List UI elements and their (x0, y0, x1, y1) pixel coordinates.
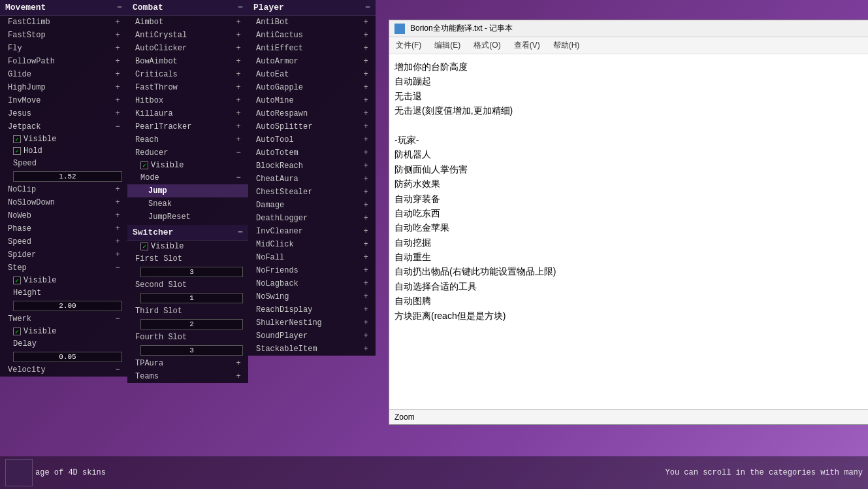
jetpack-speed-slider[interactable]: 1.52 (13, 171, 122, 182)
antieffect-btn[interactable]: + (361, 44, 370, 53)
aimbot-label: Aimbot (135, 18, 163, 27)
velocity-btn[interactable]: − (113, 365, 122, 375)
step-btn[interactable]: − (113, 263, 122, 273)
hitbox-btn[interactable]: + (234, 96, 243, 105)
jetpack-visible-checkbox[interactable]: ✓ (13, 135, 21, 143)
fourth-slot-slider-wrap: 3 (127, 344, 248, 357)
reach-btn[interactable]: + (234, 135, 243, 144)
autorespawn-btn[interactable]: + (361, 109, 370, 118)
first-slot-slider-wrap: 3 (127, 265, 248, 278)
damage-btn[interactable]: + (361, 201, 370, 210)
twerk-btn[interactable]: − (113, 314, 122, 324)
reachdisplay-btn[interactable]: + (361, 305, 370, 314)
hitbox-label: Hitbox (135, 96, 163, 105)
mode-sneak-item[interactable]: Sneak (127, 197, 248, 211)
cheststealer-btn[interactable]: + (361, 188, 370, 197)
autototem-btn[interactable]: + (361, 148, 370, 158)
fastclimb-btn[interactable]: + (113, 18, 122, 27)
step-visible-checkbox[interactable]: ✓ (13, 277, 21, 284)
reducer-visible-checkbox[interactable]: ✓ (140, 161, 148, 169)
reducer-mode-btn[interactable]: − (234, 173, 243, 182)
highjump-btn[interactable]: + (113, 83, 122, 92)
soundplayer-btn[interactable]: + (361, 331, 370, 341)
aimbot-btn[interactable]: + (234, 18, 243, 27)
autotool-btn[interactable]: + (361, 135, 370, 144)
jetpack-btn[interactable]: − (113, 122, 122, 131)
jetpack-hold-checkbox[interactable]: ✓ (13, 147, 21, 155)
phase-label: Phase (8, 224, 31, 233)
fly-btn[interactable]: + (113, 44, 122, 53)
noclip-btn[interactable]: + (113, 185, 122, 194)
anticactus-btn[interactable]: + (361, 31, 370, 40)
noweb-btn[interactable]: + (113, 211, 122, 220)
notepad-title: Borion全功能翻译.txt - 记事本 (410, 23, 513, 34)
cheataura-btn[interactable]: + (361, 175, 370, 184)
shulkernesting-btn[interactable]: + (361, 318, 370, 328)
spider-btn[interactable]: + (113, 250, 122, 260)
menu-format[interactable]: 格式(O) (467, 39, 507, 52)
twerk-visible-checkbox[interactable]: ✓ (13, 328, 21, 335)
killaura-btn[interactable]: + (234, 109, 243, 118)
antibot-btn[interactable]: + (361, 18, 370, 27)
switcher-visible-checkbox[interactable]: ✓ (140, 243, 148, 250)
second-slot-slider[interactable]: 1 (140, 293, 243, 303)
glide-label: Glide (8, 70, 31, 79)
player-collapse-btn[interactable]: − (365, 3, 370, 12)
phase-btn[interactable]: + (113, 224, 122, 233)
tpaura-btn[interactable]: + (234, 359, 243, 368)
third-slot-slider[interactable]: 2 (140, 319, 243, 329)
twerk-delay-slider[interactable]: 0.05 (13, 352, 122, 362)
noswing-btn[interactable]: + (361, 292, 370, 301)
invmove-btn[interactable]: + (113, 96, 122, 105)
noslowdown-btn[interactable]: + (113, 198, 122, 207)
autoeat-btn[interactable]: + (361, 70, 370, 79)
speed-btn[interactable]: + (113, 237, 122, 246)
stackableitem-btn[interactable]: + (361, 345, 370, 354)
fourth-slot-slider[interactable]: 3 (140, 345, 243, 356)
faststop-btn[interactable]: + (113, 31, 122, 40)
velocity-item: Velocity − (0, 363, 127, 377)
bowaimbot-btn[interactable]: + (234, 57, 243, 66)
step-label: Step (8, 263, 27, 273)
noslowdown-label: NoSlowDown (8, 198, 55, 207)
autoclicker-btn[interactable]: + (234, 44, 243, 53)
deathlogger-btn[interactable]: + (361, 214, 370, 223)
antibot-label: AntiBot (256, 18, 289, 27)
menu-view[interactable]: 查看(V) (507, 39, 547, 52)
menu-file[interactable]: 文件(F) (389, 39, 428, 52)
autogapple-btn[interactable]: + (361, 83, 370, 92)
jesus-btn[interactable]: + (113, 109, 122, 118)
third-slot-slider-wrap: 2 (127, 318, 248, 331)
criticals-btn[interactable]: + (234, 70, 243, 79)
first-slot-slider[interactable]: 3 (140, 267, 243, 277)
nofriends-btn[interactable]: + (361, 266, 370, 275)
glide-btn[interactable]: + (113, 70, 122, 79)
automine-btn[interactable]: + (361, 96, 370, 105)
anticrystal-btn[interactable]: + (234, 31, 243, 40)
mode-jumpreset-item[interactable]: JumpReset (127, 211, 248, 224)
switcher-collapse-btn[interactable]: − (238, 228, 243, 237)
mode-jump-item[interactable]: Jump (127, 184, 248, 197)
blockreach-btn[interactable]: + (361, 161, 370, 171)
pearltracker-btn[interactable]: + (234, 122, 243, 131)
midclick-btn[interactable]: + (361, 240, 370, 249)
nofall-btn[interactable]: + (361, 253, 370, 262)
content-line-17: 自动图腾 (394, 294, 868, 308)
movement-collapse-btn[interactable]: − (117, 3, 122, 12)
autoclicker-label: AutoClicker (135, 44, 187, 53)
menu-edit[interactable]: 编辑(E) (428, 39, 467, 52)
invcleaner-btn[interactable]: + (361, 227, 370, 236)
autoarmor-btn[interactable]: + (361, 57, 370, 66)
menu-help[interactable]: 帮助(H) (547, 39, 587, 52)
fastthrow-btn[interactable]: + (234, 83, 243, 92)
content-line-13: 自动挖掘 (394, 235, 868, 250)
teams-btn[interactable]: + (234, 372, 243, 381)
twerk-delay-slider-wrap: 0.05 (0, 350, 127, 363)
step-height-slider[interactable]: 2.00 (13, 301, 122, 311)
autosplitter-btn[interactable]: + (361, 122, 370, 131)
followpath-btn[interactable]: + (113, 57, 122, 66)
combat-collapse-btn[interactable]: − (238, 3, 243, 12)
reducer-btn[interactable]: − (234, 148, 243, 158)
list-item: NoFriends+ (248, 264, 376, 277)
nolagback-btn[interactable]: + (361, 279, 370, 288)
